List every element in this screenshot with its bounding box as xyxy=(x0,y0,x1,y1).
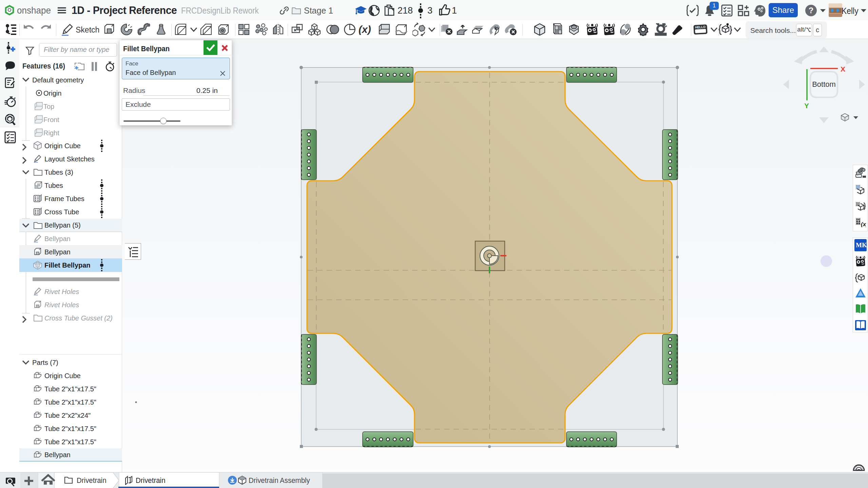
svg-text:(x): (x) xyxy=(861,221,866,228)
svg-text:Y: Y xyxy=(804,102,809,110)
svg-text:X: X xyxy=(841,65,845,73)
svg-text:?: ? xyxy=(809,6,814,15)
svg-text:Bottom: Bottom xyxy=(812,80,836,89)
svg-text:HELLO: HELLO xyxy=(695,25,706,29)
